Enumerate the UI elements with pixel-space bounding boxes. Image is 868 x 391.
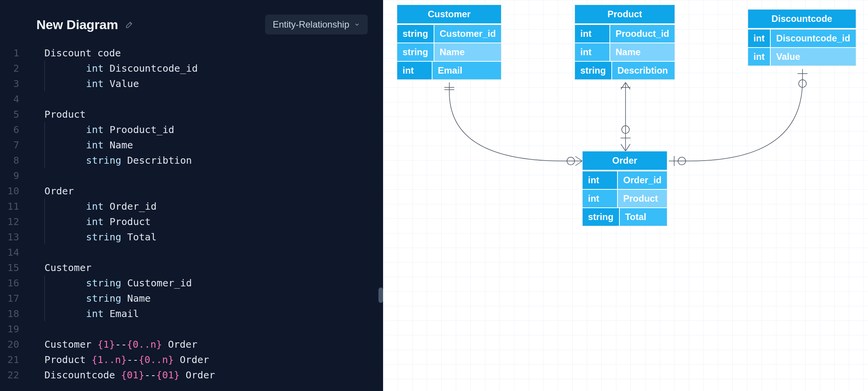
code-line[interactable]: 22 Discountcode {01}--{01} Order (0, 367, 383, 383)
code-content: Discountcode {01}--{01} Order (27, 367, 215, 383)
svg-point-9 (622, 126, 629, 133)
line-number: 7 (0, 137, 27, 153)
code-line[interactable]: 13 string Total (0, 229, 383, 245)
field-type: int (397, 61, 432, 79)
line-number: 5 (0, 107, 27, 122)
entity-header: Customer (397, 5, 501, 24)
entity-discountcode[interactable]: DiscountcodeintDiscountcode_idintValue (748, 9, 856, 66)
entity-row: stringTotal (583, 207, 667, 226)
code-line[interactable]: 2 int Discountcode_id (0, 61, 383, 76)
code-line[interactable]: 16 string Customer_id (0, 275, 383, 291)
field-name: Value (771, 47, 855, 66)
code-line[interactable]: 9 (0, 168, 383, 183)
code-content: int Email (27, 306, 139, 321)
field-name: Total (620, 207, 667, 226)
entity-row: intValue (748, 47, 856, 66)
code-content (27, 168, 44, 183)
entity-row: stringDescribtion (575, 61, 675, 79)
diagram-title[interactable]: New Diagram (36, 17, 118, 32)
pencil-icon[interactable] (125, 20, 134, 29)
entity-row: stringName (397, 43, 501, 61)
svg-point-2 (567, 157, 575, 165)
code-line[interactable]: 17 string Name (0, 291, 383, 306)
app-root: New Diagram Entity-Relationship 1 Discou… (0, 0, 868, 391)
field-name: Email (432, 61, 501, 79)
field-name: Prooduct_id (610, 24, 675, 43)
code-editor[interactable]: 1 Discount code2 int Discountcode_id3 in… (0, 45, 383, 391)
field-name: Name (434, 43, 501, 61)
code-content: Customer {1}--{0..n} Order (27, 337, 197, 352)
field-name: Product (618, 189, 667, 207)
entity-header: Product (575, 5, 675, 24)
diagram-type-dropdown[interactable]: Entity-Relationship (265, 15, 368, 34)
line-number: 3 (0, 76, 27, 91)
line-number: 13 (0, 229, 27, 245)
code-content: int Product (27, 214, 151, 229)
field-type: int (575, 43, 610, 61)
svg-line-11 (621, 144, 626, 151)
field-type: int (583, 171, 618, 189)
field-type: string (397, 43, 434, 61)
line-number: 14 (0, 245, 27, 260)
code-content: Order (27, 183, 74, 199)
line-number: 6 (0, 122, 27, 137)
code-content: string Total (27, 229, 157, 245)
code-line[interactable]: 6 int Prooduct_id (0, 122, 383, 137)
svg-line-7 (621, 82, 626, 89)
code-line[interactable]: 8 string Describtion (0, 153, 383, 168)
field-name: Describtion (612, 61, 675, 79)
code-content: Product {1..n}--{0..n} Order (27, 352, 209, 367)
code-content: string Name (27, 291, 151, 306)
diagram-canvas[interactable]: CustomerstringCustomer_idstringNameintEm… (383, 0, 868, 391)
code-line[interactable]: 4 (0, 91, 383, 107)
code-content: Product (27, 107, 86, 122)
code-line[interactable]: 3 int Value (0, 76, 383, 91)
code-line[interactable]: 21 Product {1..n}--{0..n} Order (0, 352, 383, 367)
field-name: Discountcode_id (771, 29, 855, 47)
entity-order[interactable]: OrderintOrder_idintProductstringTotal (582, 151, 667, 226)
code-line[interactable]: 19 (0, 321, 383, 337)
line-number: 11 (0, 199, 27, 214)
entity-product[interactable]: ProductintProoduct_idintNamestringDescri… (575, 5, 675, 80)
field-type: int (583, 189, 618, 207)
edge-discountcode-order (669, 69, 807, 166)
line-number: 18 (0, 306, 27, 321)
line-number: 16 (0, 275, 27, 291)
line-number: 9 (0, 168, 27, 183)
code-line[interactable]: 11 int Order_id (0, 199, 383, 214)
entity-customer[interactable]: CustomerstringCustomer_idstringNameintEm… (397, 5, 501, 80)
field-type: int (748, 29, 771, 47)
code-line[interactable]: 15 Customer (0, 260, 383, 275)
code-content (27, 245, 44, 260)
entity-row: stringCustomer_id (397, 24, 501, 43)
code-line[interactable]: 5 Product (0, 107, 383, 122)
chevron-down-icon (354, 21, 360, 28)
entity-row: intOrder_id (583, 171, 667, 189)
line-number: 12 (0, 214, 27, 229)
code-line[interactable]: 18 int Email (0, 306, 383, 321)
svg-point-14 (799, 80, 806, 87)
code-line[interactable]: 10 Order (0, 183, 383, 199)
line-number: 1 (0, 45, 27, 61)
svg-line-3 (575, 156, 582, 161)
code-content: string Customer_id (27, 275, 192, 291)
code-line[interactable]: 12 int Product (0, 214, 383, 229)
entity-row: intEmail (397, 61, 501, 79)
code-line[interactable]: 1 Discount code (0, 45, 383, 61)
code-content: int Prooduct_id (27, 122, 174, 137)
edge-product-order (621, 82, 631, 151)
code-line[interactable]: 14 (0, 245, 383, 260)
line-number: 10 (0, 183, 27, 199)
code-content: int Name (27, 137, 133, 153)
field-name: Customer_id (434, 24, 501, 43)
code-content: string Describtion (27, 153, 192, 168)
editor-panel: New Diagram Entity-Relationship 1 Discou… (0, 0, 383, 391)
entity-header: Order (583, 151, 667, 171)
code-line[interactable]: 7 int Name (0, 137, 383, 153)
scrollbar-thumb[interactable] (378, 288, 383, 303)
line-number: 8 (0, 153, 27, 168)
code-line[interactable]: 20 Customer {1}--{0..n} Order (0, 337, 383, 352)
title-wrap: New Diagram (36, 17, 134, 32)
svg-line-12 (626, 144, 630, 151)
entity-row: intName (575, 43, 675, 61)
